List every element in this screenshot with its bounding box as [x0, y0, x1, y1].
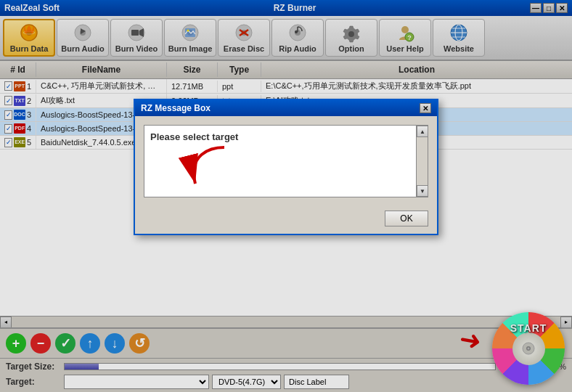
dialog-title-bar: RZ Message Box ✕ [135, 100, 437, 116]
dialog-body: Please select target ▲ ▼ [135, 116, 437, 206]
message-dialog: RZ Message Box ✕ Please select target ▲ … [134, 99, 438, 235]
dialog-arrow [173, 140, 246, 198]
scroll-up-arrow[interactable]: ▲ [417, 126, 428, 137]
dialog-scrollbar[interactable]: ▲ ▼ [416, 126, 428, 197]
dialog-footer: OK [135, 206, 437, 234]
dialog-ok-button[interactable]: OK [385, 211, 428, 226]
dialog-overlay: RZ Message Box ✕ Please select target ▲ … [0, 0, 572, 392]
scroll-down-arrow[interactable]: ▼ [417, 185, 428, 197]
dialog-close-button[interactable]: ✕ [420, 103, 431, 113]
dialog-title: RZ Message Box [141, 103, 211, 113]
dialog-text-area: Please select target ▲ ▼ [144, 125, 428, 197]
